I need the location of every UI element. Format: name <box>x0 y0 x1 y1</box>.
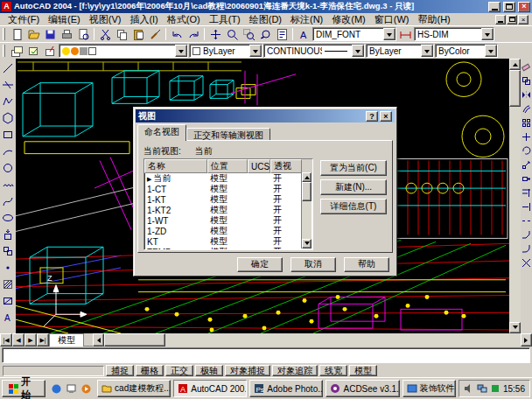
polygon-button[interactable] <box>1 109 16 126</box>
antivirus-icon[interactable] <box>490 383 500 394</box>
pan-button[interactable] <box>207 27 223 42</box>
network-icon[interactable] <box>477 383 487 394</box>
toolbar-grip[interactable] <box>3 45 5 57</box>
scroll-down-button[interactable] <box>509 322 521 333</box>
views-list-scrollbar[interactable] <box>301 172 312 248</box>
zoom-window-button[interactable] <box>241 27 256 42</box>
circle-button[interactable] <box>1 159 16 176</box>
toggle-snap[interactable]: 捕捉 <box>106 365 134 376</box>
plot-preview-button[interactable] <box>75 27 91 42</box>
text-style-dropdown-button[interactable] <box>383 28 396 40</box>
layer-combo[interactable] <box>59 44 188 58</box>
tab-model[interactable]: 模型 <box>49 333 84 346</box>
column-header-name[interactable]: 名称 <box>144 159 207 173</box>
scroll-up-button[interactable] <box>509 59 521 70</box>
command-line[interactable] <box>2 347 530 363</box>
mtext-button[interactable]: A <box>1 309 16 326</box>
toggle-lineweight[interactable]: 线宽 <box>319 365 347 376</box>
ok-button[interactable]: 确定 <box>237 257 283 272</box>
taskbar-item-autocad[interactable]: A AutoCAD 200... <box>173 380 247 397</box>
undo-button[interactable] <box>169 27 185 42</box>
list-scroll-track[interactable] <box>302 201 312 239</box>
first-tab-button[interactable]: |◀ <box>0 333 12 346</box>
revision-cloud-button[interactable] <box>1 176 16 192</box>
menu-item-format[interactable]: 格式(O) <box>163 14 205 25</box>
move-button[interactable] <box>522 130 532 144</box>
match-properties-button[interactable] <box>147 27 163 42</box>
rectangle-button[interactable] <box>1 126 16 143</box>
construction-line-button[interactable] <box>1 76 16 93</box>
menu-item-tools[interactable]: 工具(T) <box>205 14 245 25</box>
toggle-polar[interactable]: 极轴 <box>195 365 223 376</box>
vertical-scroll-track[interactable] <box>509 107 521 322</box>
set-current-button[interactable]: 置为当前(C) <box>320 160 387 176</box>
extend-button[interactable] <box>522 200 532 214</box>
view-row[interactable]: TEMP 模型 开 <box>144 247 302 249</box>
previous-tab-button[interactable]: ◀ <box>12 333 24 346</box>
fillet-button[interactable] <box>522 242 532 256</box>
open-button[interactable] <box>25 27 41 42</box>
hatch-button[interactable] <box>1 276 16 292</box>
start-button[interactable]: 开始 <box>2 380 46 397</box>
color-dropdown-button[interactable] <box>249 45 262 57</box>
linetype-combo[interactable]: CONTINUOUS <box>263 44 365 58</box>
menu-item-insert[interactable]: 插入(I) <box>125 14 162 25</box>
plot-button[interactable] <box>59 27 74 42</box>
new-view-button[interactable]: 新建(N)... <box>320 179 387 195</box>
make-block-button[interactable] <box>1 242 16 259</box>
color-combo[interactable]: ByLayer <box>189 44 262 58</box>
array-button[interactable] <box>522 116 532 130</box>
volume-icon[interactable] <box>464 383 474 394</box>
taskbar-item-acdsee[interactable]: ACDSee v3.1... <box>326 380 399 397</box>
list-scroll-up-button[interactable] <box>302 172 312 182</box>
rotate-button[interactable] <box>522 144 532 158</box>
menu-item-help[interactable]: 帮助(H) <box>414 14 455 25</box>
show-desktop-icon[interactable] <box>65 382 78 396</box>
insert-block-button[interactable] <box>1 226 16 242</box>
tab-named-views[interactable]: 命名视图 <box>137 124 186 141</box>
paste-button[interactable] <box>130 27 146 42</box>
properties-button[interactable] <box>274 27 290 42</box>
taskbar-item-photoshop[interactable]: Ps Adobe Photo... <box>249 380 323 397</box>
save-button[interactable] <box>42 27 58 42</box>
linetype-dropdown-button[interactable] <box>352 45 364 57</box>
menu-item-file[interactable]: 文件(F) <box>4 14 44 25</box>
lineweight-combo[interactable]: ByLayer <box>366 44 434 58</box>
new-button[interactable] <box>9 27 24 42</box>
scale-button[interactable] <box>522 158 532 172</box>
menu-item-edit[interactable]: 编辑(E) <box>44 14 85 25</box>
lineweight-dropdown-button[interactable] <box>421 45 433 57</box>
dim-style-combo[interactable]: HS-DIM <box>414 27 494 41</box>
text-style-combo[interactable]: DIM_FONT <box>312 27 396 41</box>
horizontal-scrollbar[interactable] <box>93 333 532 346</box>
dialog-help-button[interactable]: ? <box>366 111 378 122</box>
column-header-location[interactable]: 位置 <box>207 159 248 173</box>
horizontal-scroll-thumb[interactable] <box>104 333 165 346</box>
menu-item-modify[interactable]: 修改(M) <box>327 14 370 25</box>
layer-manager-button[interactable] <box>9 44 24 59</box>
copy-object-button[interactable] <box>522 74 532 88</box>
trim-button[interactable] <box>522 186 532 200</box>
help-button[interactable]: 帮助 <box>344 257 389 272</box>
dim-style-dropdown-button[interactable] <box>481 28 494 40</box>
plot-style-dropdown-button[interactable] <box>485 45 497 57</box>
arc-button[interactable] <box>1 143 16 159</box>
menu-item-view[interactable]: 视图(V) <box>85 14 126 25</box>
cancel-button[interactable]: 取消 <box>290 257 336 272</box>
vertical-scrollbar[interactable] <box>509 59 521 333</box>
taskbar-item-cad-tutorial[interactable]: cad建模教程... <box>97 380 171 397</box>
cut-button[interactable] <box>97 27 113 42</box>
taskbar-item-decoration-software[interactable]: 装饰软件 <box>402 380 456 397</box>
explode-button[interactable] <box>522 256 532 270</box>
minimize-button[interactable] <box>488 2 500 12</box>
list-scroll-thumb[interactable] <box>302 182 312 201</box>
break-button[interactable] <box>522 214 532 228</box>
last-tab-button[interactable]: ▶| <box>37 333 49 346</box>
vertical-scroll-thumb[interactable] <box>509 70 521 107</box>
dialog-close-button[interactable]: × <box>380 111 392 122</box>
plot-style-combo[interactable]: ByColor <box>435 44 498 58</box>
list-scroll-down-button[interactable] <box>302 239 312 248</box>
chamfer-button[interactable] <box>522 228 532 242</box>
next-tab-button[interactable]: ▶ <box>24 333 37 346</box>
menu-item-window[interactable]: 窗口(W) <box>370 14 414 25</box>
